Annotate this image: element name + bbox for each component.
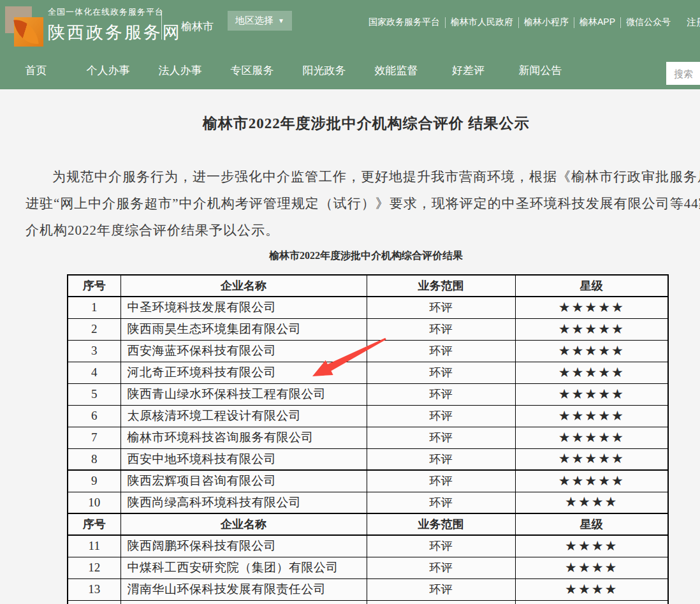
table-row: 2陕西雨昊生态环境集团有限公司环评★★★★★	[68, 318, 668, 340]
column-header: 星级	[515, 513, 668, 535]
announcement-content: 榆林市2022年度涉批中介机构综合评价 结果公示 为规范中介服务行为，进一步强化…	[0, 89, 700, 604]
cell-stars: ★★★★★	[515, 297, 668, 318]
table-row: 1中圣环境科技发展有限公司环评★★★★★	[68, 297, 668, 318]
cell-scope: 环评	[367, 297, 515, 318]
register-link[interactable]: 注册	[687, 17, 700, 29]
table-row: 11陕西阔鹏环保科技有限公司环评★★★★	[68, 535, 668, 557]
nav-item-news-announcements[interactable]: 新闻公告	[504, 56, 576, 85]
cell-company: 中圣环境科技发展有限公司	[120, 297, 367, 318]
cell-stars: ★★★★★	[515, 362, 668, 383]
table-row: 5陕西青山绿水环保科技工程有限公司环评★★★★★	[68, 383, 668, 405]
nav-item-service-rating[interactable]: 好差评	[432, 56, 504, 85]
table-row: 4河北奇正环境科技有限公司环评★★★★★	[68, 362, 668, 383]
cell-serial: 7	[68, 427, 120, 448]
table-row: 6太原核清环境工程设计有限公司环评★★★★★	[68, 405, 668, 427]
cell-company	[120, 600, 367, 604]
table-row: 12中煤科工西安研究院（集团）有限公司环评★★★★	[68, 557, 668, 578]
cell-serial: 10	[68, 492, 120, 513]
nav-item-home[interactable]: 首页	[0, 56, 72, 85]
cell-serial	[68, 600, 120, 604]
cell-scope: 环评	[367, 492, 515, 513]
link-yulin-government[interactable]: 榆林市人民政府	[451, 17, 513, 28]
cell-serial: 12	[68, 557, 120, 578]
cell-serial: 6	[68, 405, 120, 427]
cell-company: 陕西宏辉项目咨询有限公司	[120, 470, 367, 492]
cell-scope: 环评	[367, 340, 515, 362]
cell-serial: 4	[68, 362, 120, 383]
link-separator	[518, 17, 519, 28]
column-header: 企业名称	[120, 275, 367, 297]
header-divider	[161, 11, 162, 40]
cell-stars: ★★★★	[515, 578, 668, 600]
cell-company: 渭南华山环保科技发展有限责任公司	[120, 578, 367, 600]
cell-serial: 13	[68, 578, 120, 600]
link-yulin-app[interactable]: 榆林APP	[580, 17, 615, 28]
cell-stars: ★★★★	[515, 557, 668, 578]
cell-stars: ★★★★★	[515, 470, 668, 492]
table-row: 8西安中地环境科技有限公司环评★★★★★	[68, 448, 668, 470]
cell-company: 陕西青山绿水环保科技工程有限公司	[120, 383, 367, 405]
link-separator	[620, 17, 621, 28]
current-city-label: 榆林市	[181, 19, 214, 34]
cell-serial: 8	[68, 448, 120, 470]
table-header-row: 序号企业名称业务范围星级	[68, 275, 668, 297]
cell-scope	[367, 600, 515, 604]
page: 全国一体化在线政务服务平台 陕西政务服务网 榆林市 地区选择 ▼ 国家政务服务平…	[0, 0, 700, 604]
column-header: 序号	[68, 513, 120, 535]
cell-scope: 环评	[367, 535, 515, 557]
cell-serial: 9	[68, 470, 120, 492]
column-header: 序号	[68, 275, 120, 297]
cell-stars	[515, 600, 668, 604]
nav-item-efficiency-supervision[interactable]: 效能监督	[360, 56, 432, 85]
link-yulin-miniprogram[interactable]: 榆林小程序	[524, 17, 569, 28]
cell-stars: ★★★★	[515, 535, 668, 557]
nav-item-zone-services[interactable]: 专区服务	[216, 56, 288, 85]
link-wechat-official[interactable]: 微信公众号	[626, 17, 671, 28]
cell-scope: 环评	[367, 448, 515, 470]
column-header: 星级	[515, 275, 668, 297]
cell-serial: 2	[68, 318, 120, 340]
cell-scope: 环评	[367, 470, 515, 492]
paragraph-line: 进驻“网上中介服务超市”中介机构考评管理规定（试行）》要求，现将评定的中圣环境科…	[26, 190, 700, 217]
cell-scope: 环评	[367, 405, 515, 427]
cell-scope: 环评	[367, 557, 515, 578]
nav-item-sunshine-government[interactable]: 阳光政务	[288, 56, 360, 85]
search-input[interactable]	[666, 62, 700, 85]
main-nav: 首页个人办事法人办事专区服务阳光政务效能监督好差评新闻公告	[0, 56, 576, 85]
cell-scope: 环评	[367, 383, 515, 405]
link-separator	[445, 17, 446, 28]
cell-company: 陕西尚绿高科环境科技有限公司	[120, 492, 367, 513]
cell-serial: 3	[68, 340, 120, 362]
top-links: 国家政务服务平台榆林市人民政府榆林小程序榆林APP微信公众号	[368, 17, 671, 28]
site-header: 全国一体化在线政务服务平台 陕西政务服务网 榆林市 地区选择 ▼ 国家政务服务平…	[0, 0, 700, 89]
cell-serial: 11	[68, 535, 120, 557]
table-row: 9陕西宏辉项目咨询有限公司环评★★★★★	[68, 470, 668, 492]
cell-stars: ★★★★	[515, 492, 668, 513]
cell-serial: 5	[68, 383, 120, 405]
region-select-button[interactable]: 地区选择 ▼	[228, 11, 292, 31]
evaluation-table-body: 序号企业名称业务范围星级1中圣环境科技发展有限公司环评★★★★★2陕西雨昊生态环…	[68, 275, 668, 604]
cell-stars: ★★★★★	[515, 340, 668, 362]
cell-company: 太原核清环境工程设计有限公司	[120, 405, 367, 427]
table-row: 13渭南华山环保科技发展有限责任公司环评★★★★	[68, 578, 668, 600]
link-separator	[574, 17, 574, 28]
page-title: 榆林市2022年度涉批中介机构综合评价 结果公示	[0, 114, 700, 133]
cell-scope: 环评	[367, 427, 515, 448]
cell-company: 榆林市环境科技咨询服务有限公司	[120, 427, 367, 448]
cell-company: 陕西阔鹏环保科技有限公司	[120, 535, 367, 557]
table-row: 3西安海蓝环保科技有限公司环评★★★★★	[68, 340, 668, 362]
column-header: 企业名称	[120, 513, 367, 535]
link-national-platform[interactable]: 国家政务服务平台	[368, 17, 440, 28]
cell-serial: 1	[68, 297, 120, 318]
column-header: 业务范围	[367, 513, 515, 535]
region-select-label: 地区选择	[235, 15, 273, 27]
cell-company: 西安海蓝环保科技有限公司	[120, 340, 367, 362]
paragraph-line: 介机构2022年度综合评价结果予以公示。	[26, 217, 700, 244]
nav-item-personal-affairs[interactable]: 个人办事	[72, 56, 144, 85]
cell-stars: ★★★★★	[515, 427, 668, 448]
cell-scope: 环评	[367, 578, 515, 600]
table-row	[68, 600, 668, 604]
chevron-down-icon: ▼	[278, 18, 284, 24]
table-row: 7榆林市环境科技咨询服务有限公司环评★★★★★	[68, 427, 668, 448]
nav-item-legal-person-affairs[interactable]: 法人办事	[144, 56, 216, 85]
